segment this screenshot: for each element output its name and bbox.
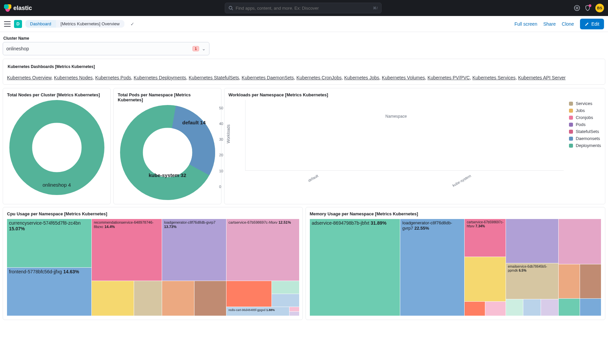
legend-item[interactable]: Deployments bbox=[569, 142, 601, 149]
y-axis-label: Workloads bbox=[226, 125, 231, 143]
dashboard-link[interactable]: Kubernetes Pods bbox=[95, 75, 131, 80]
dashboard-links-panel: Kubernetes Dashboards [Metrics Kubernete… bbox=[3, 59, 605, 85]
workloads-bar-chart[interactable]: Workloads defaultkube-system Namespace 0… bbox=[228, 100, 564, 187]
dashboard-link[interactable]: Kubernetes PV/PVC bbox=[428, 75, 470, 80]
clone-button[interactable]: Clone bbox=[562, 21, 574, 27]
svg-point-4 bbox=[21, 111, 93, 184]
nodes-donut-chart[interactable]: onlineshop 4 bbox=[9, 100, 104, 195]
cluster-filter[interactable]: onlineshop 1 ⌄ bbox=[3, 42, 209, 55]
dashboard-link[interactable]: Kubernetes Services bbox=[472, 75, 515, 80]
workloads-legend: ServicesJobsCronjobsPodsStatefulSetsDaem… bbox=[569, 100, 601, 187]
panel-title: Memory Usage per Namespace [Metrics Kube… bbox=[310, 211, 601, 216]
newsfeed-icon[interactable] bbox=[585, 5, 591, 11]
donut-label-default: default 14 bbox=[182, 120, 205, 125]
edit-label: Edit bbox=[591, 21, 599, 27]
dashboard-link[interactable]: Kubernetes DaemonSets bbox=[242, 75, 294, 80]
panel-title: Kubernetes Dashboards [Metrics Kubernete… bbox=[7, 63, 601, 70]
subheader-actions: Full screen Share Clone Edit bbox=[514, 19, 604, 29]
donut-label: onlineshop 4 bbox=[42, 182, 71, 188]
panel-cpu: Cpu Usage per Namespace [Metrics Kuberne… bbox=[3, 207, 303, 320]
legend-item[interactable]: Daemonsets bbox=[569, 135, 601, 142]
logo[interactable]: elastic bbox=[4, 4, 32, 12]
share-button[interactable]: Share bbox=[543, 21, 556, 27]
panel-title: Total Nodes per Cluster [Metrics Kuberne… bbox=[7, 92, 106, 97]
donut-label-system: kube-system 32 bbox=[149, 172, 186, 178]
dashboard-link[interactable]: Kubernetes Nodes bbox=[54, 75, 93, 80]
dashboard-link[interactable]: Kubernetes API Server bbox=[518, 75, 565, 80]
dashboard-link[interactable]: Kubernetes Deployments bbox=[134, 75, 186, 80]
saved-check-icon: ✓ bbox=[130, 21, 134, 27]
panel-title: Workloads per Namespace [Metrics Kuberne… bbox=[228, 92, 601, 97]
dashboard-link[interactable]: Kubernetes CronJobs bbox=[296, 75, 342, 80]
dashboard-link[interactable]: Kubernetes Jobs bbox=[344, 75, 379, 80]
filter-count-badge: 1 bbox=[192, 46, 199, 51]
dashboard-link-list: Kubernetes Overview, Kubernetes Nodes, K… bbox=[7, 75, 601, 80]
search-icon bbox=[228, 6, 233, 10]
edit-button[interactable]: Edit bbox=[580, 19, 604, 29]
breadcrumb-current: [Metrics Kubernetes] Overview bbox=[56, 20, 124, 28]
filter-value: onlineshop bbox=[6, 46, 192, 51]
dashboard-link[interactable]: Kubernetes Overview bbox=[7, 75, 51, 80]
panel-workloads: Workloads per Namespace [Metrics Kuberne… bbox=[224, 88, 605, 204]
search-input[interactable] bbox=[236, 6, 371, 11]
chevron-down-icon: ⌄ bbox=[202, 46, 206, 51]
legend-item[interactable]: Cronjobs bbox=[569, 114, 601, 121]
svg-point-0 bbox=[229, 6, 232, 9]
global-search[interactable]: ⌘/ bbox=[225, 3, 382, 13]
svg-point-3 bbox=[576, 7, 578, 9]
legend-item[interactable]: Pods bbox=[569, 121, 601, 128]
dashboard-link[interactable]: Kubernetes StatefulSets bbox=[189, 75, 239, 80]
breadcrumb-root[interactable]: Dashboard bbox=[25, 20, 56, 28]
filter-label: Cluster Name bbox=[3, 35, 605, 42]
breadcrumb: Dashboard [Metrics Kubernetes] Overview bbox=[25, 20, 124, 28]
panel-title: Cpu Usage per Namespace [Metrics Kuberne… bbox=[7, 211, 298, 216]
panel-total-nodes: Total Nodes per Cluster [Metrics Kuberne… bbox=[3, 88, 111, 204]
memory-treemap[interactable]: adservice-8694798b7b-jbfxt 31.89% loadge… bbox=[310, 219, 601, 316]
elastic-logo-icon bbox=[4, 4, 11, 12]
search-wrap: ⌘/ bbox=[32, 3, 574, 13]
pods-donut-chart[interactable]: default 14 kube-system 32 bbox=[120, 105, 215, 200]
panel-total-pods: Total Pods per Namespace [Metrics Kubern… bbox=[113, 88, 221, 204]
user-avatar[interactable]: BS bbox=[595, 4, 604, 12]
search-shortcut: ⌘/ bbox=[373, 6, 378, 10]
brand-name: elastic bbox=[13, 5, 32, 12]
legend-item[interactable]: Jobs bbox=[569, 107, 601, 114]
header-icons: BS bbox=[574, 4, 604, 12]
space-badge[interactable]: D bbox=[14, 20, 22, 28]
app-subheader: D Dashboard [Metrics Kubernetes] Overvie… bbox=[0, 16, 608, 32]
svg-point-2 bbox=[574, 5, 580, 11]
pencil-icon bbox=[585, 22, 589, 26]
panel-memory: Memory Usage per Namespace [Metrics Kube… bbox=[306, 207, 606, 320]
legend-item[interactable]: StatefulSets bbox=[569, 128, 601, 135]
panel-title: Total Pods per Namespace [Metrics Kubern… bbox=[118, 92, 217, 102]
svg-line-1 bbox=[231, 9, 233, 10]
cpu-treemap[interactable]: currencyservice-574f65d7f8-zc4bn 15.07% … bbox=[7, 219, 298, 316]
help-icon[interactable] bbox=[574, 5, 580, 11]
legend-item[interactable]: Services bbox=[569, 100, 601, 107]
global-header: elastic ⌘/ BS bbox=[0, 0, 608, 16]
nav-toggle-icon[interactable] bbox=[4, 21, 11, 27]
fullscreen-button[interactable]: Full screen bbox=[514, 21, 537, 27]
dashboard-link[interactable]: Kubernetes Volumes bbox=[382, 75, 425, 80]
